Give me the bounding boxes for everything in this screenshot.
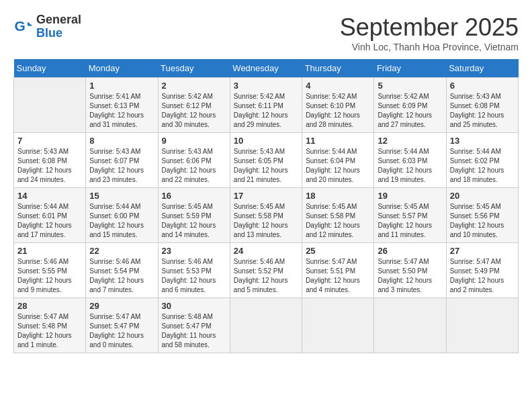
calendar-cell: 30Sunrise: 5:48 AMSunset: 5:47 PMDayligh… (158, 298, 230, 353)
day-info: Sunrise: 5:42 AMSunset: 6:11 PMDaylight:… (234, 92, 298, 130)
calendar-cell (446, 298, 518, 353)
day-info: Sunrise: 5:42 AMSunset: 6:09 PMDaylight:… (378, 92, 442, 130)
calendar-cell: 22Sunrise: 5:46 AMSunset: 5:54 PMDayligh… (86, 243, 158, 298)
calendar-cell: 18Sunrise: 5:45 AMSunset: 5:58 PMDayligh… (302, 188, 374, 243)
day-number: 6 (450, 81, 515, 91)
day-number: 4 (306, 81, 370, 91)
calendar-cell: 26Sunrise: 5:47 AMSunset: 5:50 PMDayligh… (374, 243, 446, 298)
calendar-cell: 16Sunrise: 5:45 AMSunset: 5:59 PMDayligh… (158, 188, 230, 243)
day-info: Sunrise: 5:47 AMSunset: 5:48 PMDaylight:… (17, 312, 82, 350)
day-number: 13 (450, 136, 515, 146)
weekday-header: Wednesday (230, 59, 302, 78)
calendar-cell: 8Sunrise: 5:43 AMSunset: 6:07 PMDaylight… (86, 133, 158, 188)
calendar-cell: 27Sunrise: 5:47 AMSunset: 5:49 PMDayligh… (446, 243, 518, 298)
day-number: 28 (17, 301, 82, 311)
day-number: 20 (450, 191, 515, 201)
day-info: Sunrise: 5:47 AMSunset: 5:47 PMDaylight:… (89, 312, 154, 350)
calendar-cell: 11Sunrise: 5:44 AMSunset: 6:04 PMDayligh… (302, 133, 374, 188)
day-info: Sunrise: 5:46 AMSunset: 5:53 PMDaylight:… (162, 257, 226, 295)
svg-marker-1 (28, 21, 33, 26)
day-info: Sunrise: 5:44 AMSunset: 6:04 PMDaylight:… (306, 147, 370, 185)
day-info: Sunrise: 5:46 AMSunset: 5:52 PMDaylight:… (234, 257, 298, 295)
logo-general: General (36, 13, 81, 27)
weekday-header: Thursday (302, 59, 374, 78)
weekday-header-row: SundayMondayTuesdayWednesdayThursdayFrid… (14, 59, 519, 78)
day-number: 8 (89, 136, 154, 146)
calendar-cell: 12Sunrise: 5:44 AMSunset: 6:03 PMDayligh… (374, 133, 446, 188)
weekday-header: Monday (86, 59, 158, 78)
day-info: Sunrise: 5:44 AMSunset: 6:01 PMDaylight:… (17, 202, 82, 240)
day-info: Sunrise: 5:44 AMSunset: 6:03 PMDaylight:… (378, 147, 442, 185)
day-info: Sunrise: 5:45 AMSunset: 5:58 PMDaylight:… (234, 202, 298, 240)
day-info: Sunrise: 5:42 AMSunset: 6:12 PMDaylight:… (162, 92, 226, 130)
day-number: 23 (162, 246, 226, 256)
day-info: Sunrise: 5:44 AMSunset: 6:02 PMDaylight:… (450, 147, 515, 185)
day-info: Sunrise: 5:43 AMSunset: 6:06 PMDaylight:… (162, 147, 226, 185)
calendar-week-row: 28Sunrise: 5:47 AMSunset: 5:48 PMDayligh… (14, 298, 519, 353)
month-title: September 2025 (340, 13, 519, 42)
page-header: G General Blue September 2025 Vinh Loc, … (13, 13, 519, 52)
day-number: 2 (162, 81, 226, 91)
day-info: Sunrise: 5:43 AMSunset: 6:08 PMDaylight:… (17, 147, 82, 185)
day-info: Sunrise: 5:45 AMSunset: 5:57 PMDaylight:… (378, 202, 442, 240)
day-info: Sunrise: 5:45 AMSunset: 5:58 PMDaylight:… (306, 202, 370, 240)
calendar-cell: 14Sunrise: 5:44 AMSunset: 6:01 PMDayligh… (14, 188, 86, 243)
day-info: Sunrise: 5:44 AMSunset: 6:00 PMDaylight:… (89, 202, 154, 240)
day-info: Sunrise: 5:43 AMSunset: 6:07 PMDaylight:… (89, 147, 154, 185)
calendar-cell: 28Sunrise: 5:47 AMSunset: 5:48 PMDayligh… (14, 298, 86, 353)
calendar-cell (230, 298, 302, 353)
day-number: 19 (378, 191, 442, 201)
calendar-cell: 21Sunrise: 5:46 AMSunset: 5:55 PMDayligh… (14, 243, 86, 298)
calendar-cell (374, 298, 446, 353)
day-info: Sunrise: 5:46 AMSunset: 5:54 PMDaylight:… (89, 257, 154, 295)
svg-text:G: G (15, 18, 26, 34)
day-number: 29 (89, 301, 154, 311)
calendar-cell: 1Sunrise: 5:41 AMSunset: 6:13 PMDaylight… (86, 78, 158, 133)
calendar-cell: 25Sunrise: 5:47 AMSunset: 5:51 PMDayligh… (302, 243, 374, 298)
calendar-cell: 23Sunrise: 5:46 AMSunset: 5:53 PMDayligh… (158, 243, 230, 298)
day-number: 15 (89, 191, 154, 201)
logo-blue: Blue (36, 27, 81, 40)
day-number: 16 (162, 191, 226, 201)
calendar-cell: 13Sunrise: 5:44 AMSunset: 6:02 PMDayligh… (446, 133, 518, 188)
calendar-cell: 4Sunrise: 5:42 AMSunset: 6:10 PMDaylight… (302, 78, 374, 133)
calendar-cell: 5Sunrise: 5:42 AMSunset: 6:09 PMDaylight… (374, 78, 446, 133)
weekday-header: Sunday (14, 59, 86, 78)
title-area: September 2025 Vinh Loc, Thanh Hoa Provi… (340, 13, 519, 52)
calendar-week-row: 21Sunrise: 5:46 AMSunset: 5:55 PMDayligh… (14, 243, 519, 298)
day-info: Sunrise: 5:42 AMSunset: 6:10 PMDaylight:… (306, 92, 370, 130)
day-info: Sunrise: 5:45 AMSunset: 5:56 PMDaylight:… (450, 202, 515, 240)
weekday-header: Tuesday (158, 59, 230, 78)
weekday-header: Saturday (446, 59, 518, 78)
day-info: Sunrise: 5:47 AMSunset: 5:49 PMDaylight:… (450, 257, 515, 295)
calendar-week-row: 1Sunrise: 5:41 AMSunset: 6:13 PMDaylight… (14, 78, 519, 133)
logo-icon: G (13, 17, 34, 37)
day-number: 27 (450, 246, 515, 256)
calendar-cell (302, 298, 374, 353)
day-info: Sunrise: 5:47 AMSunset: 5:50 PMDaylight:… (378, 257, 442, 295)
day-number: 1 (89, 81, 154, 91)
day-number: 3 (234, 81, 298, 91)
day-number: 25 (306, 246, 370, 256)
day-info: Sunrise: 5:48 AMSunset: 5:47 PMDaylight:… (162, 312, 226, 350)
day-number: 18 (306, 191, 370, 201)
day-number: 24 (234, 246, 298, 256)
calendar-cell: 19Sunrise: 5:45 AMSunset: 5:57 PMDayligh… (374, 188, 446, 243)
calendar-cell: 20Sunrise: 5:45 AMSunset: 5:56 PMDayligh… (446, 188, 518, 243)
day-number: 7 (17, 136, 82, 146)
day-number: 9 (162, 136, 226, 146)
calendar-cell: 7Sunrise: 5:43 AMSunset: 6:08 PMDaylight… (14, 133, 86, 188)
day-number: 17 (234, 191, 298, 201)
calendar-cell: 17Sunrise: 5:45 AMSunset: 5:58 PMDayligh… (230, 188, 302, 243)
day-info: Sunrise: 5:47 AMSunset: 5:51 PMDaylight:… (306, 257, 370, 295)
location: Vinh Loc, Thanh Hoa Province, Vietnam (340, 42, 519, 52)
calendar-table: SundayMondayTuesdayWednesdayThursdayFrid… (13, 59, 519, 353)
calendar-cell: 24Sunrise: 5:46 AMSunset: 5:52 PMDayligh… (230, 243, 302, 298)
logo: G General Blue (13, 13, 81, 40)
day-number: 30 (162, 301, 226, 311)
day-info: Sunrise: 5:41 AMSunset: 6:13 PMDaylight:… (89, 92, 154, 130)
calendar-week-row: 7Sunrise: 5:43 AMSunset: 6:08 PMDaylight… (14, 133, 519, 188)
day-number: 26 (378, 246, 442, 256)
calendar-cell: 29Sunrise: 5:47 AMSunset: 5:47 PMDayligh… (86, 298, 158, 353)
day-number: 12 (378, 136, 442, 146)
